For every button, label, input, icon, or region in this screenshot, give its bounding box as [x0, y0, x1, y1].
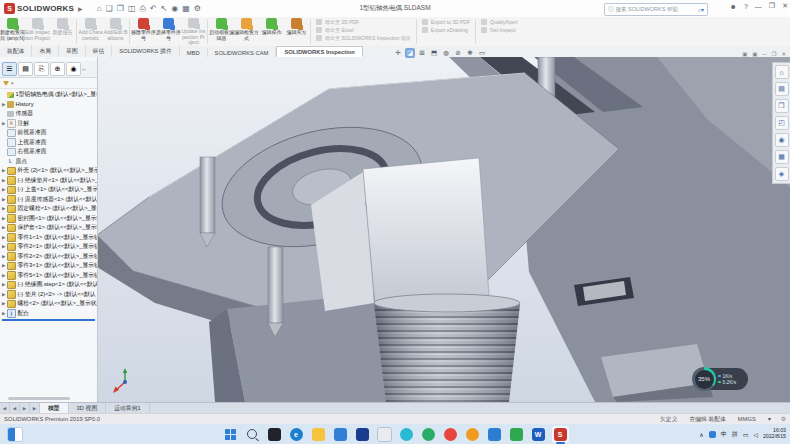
ribbon-button-select-balloons[interactable]: 选择零件序号: [156, 17, 181, 46]
user-icon[interactable]: ☻: [730, 3, 737, 10]
home-icon[interactable]: ⌂: [97, 4, 102, 14]
app-monitor[interactable]: [486, 426, 503, 443]
tree-item[interactable]: ▶History: [0, 100, 97, 110]
search-icon[interactable]: ⌕▾: [698, 6, 704, 14]
model-3d[interactable]: [97, 57, 790, 402]
new-document-icon[interactable]: ❏: [106, 4, 113, 14]
tree-item[interactable]: ▶螺栓<2> (默认<<默认>_显示状态: [0, 299, 97, 309]
apply-scene-icon[interactable]: ▭: [477, 48, 487, 58]
ribbon-button-edit-vendor[interactable]: 编辑实方: [284, 17, 309, 46]
word-app[interactable]: W: [530, 426, 547, 443]
viewport-3d[interactable]: [97, 57, 790, 402]
minimize-button[interactable]: —: [755, 3, 762, 10]
options-gear-icon[interactable]: ⚙: [194, 4, 201, 14]
tree-item[interactable]: ▶零件2<2> (默认<<默认>_显示状: [0, 252, 97, 262]
tree-item[interactable]: 1型铝轴热电偶 (默认<默认>_显示状态-1: [0, 90, 97, 100]
restore-button[interactable]: ❐: [769, 2, 775, 10]
solidworks-logo[interactable]: S SOLIDWORKS ▶: [0, 0, 87, 17]
open-icon[interactable]: ❐: [117, 4, 124, 14]
tab-MBD[interactable]: MBD: [180, 48, 208, 57]
rebuild-icon[interactable]: ◉: [171, 4, 178, 14]
hide-show-items-icon[interactable]: ⊘: [453, 48, 463, 58]
file-explorer-icon[interactable]: ❐: [775, 99, 789, 113]
ribbon-button-new-inspection-project[interactable]: 新建检查项目 (amp;N): [0, 17, 25, 46]
tab-SOLIDWORKS CAM[interactable]: SOLIDWORKS CAM: [208, 48, 277, 57]
browser-2[interactable]: [464, 426, 481, 443]
tree-item[interactable]: ▶密封圈<1> (默认<<默认>_显示状: [0, 214, 97, 224]
tree-item[interactable]: ▶(-) 绝缘垫片<1> (默认<<默认>_显: [0, 176, 97, 186]
logo-flyout-arrow-icon[interactable]: ▶: [78, 5, 83, 12]
view-orientation-icon[interactable]: ⬒: [429, 48, 439, 58]
tray-chevron-icon[interactable]: ∧: [699, 431, 703, 438]
help-search-input[interactable]: ⓘ 搜索 SOLIDWORKS 帮助 ⌕▾: [604, 3, 708, 16]
appearances-scenes-icon[interactable]: ◉: [775, 133, 789, 147]
widgets-button[interactable]: [7, 427, 23, 442]
tree-item[interactable]: ▶(-) 绝缘圈.step<1> (默认<<默认>: [0, 280, 97, 290]
tree-end-splitter[interactable]: [2, 319, 95, 321]
ribbon-button-edit-operation[interactable]: 编辑操作: [259, 17, 284, 46]
ribbon-button-remove-balloons[interactable]: 移除零件序号: [131, 17, 156, 46]
zoom-to-fit-icon[interactable]: ✛: [393, 48, 403, 58]
tree-item[interactable]: 前视基准面: [0, 128, 97, 138]
start-button[interactable]: [222, 426, 239, 443]
tree-item[interactable]: ▶(-) 上盖<1> (默认<<默认>_显示状: [0, 185, 97, 195]
app-teal[interactable]: [398, 426, 415, 443]
tree-item[interactable]: ▶∥配合: [0, 309, 97, 319]
app-navy[interactable]: [354, 426, 371, 443]
tree-item[interactable]: ▶(-) 温度传感器<1> (默认<<默认>_: [0, 195, 97, 205]
ime-mode[interactable]: 拼: [732, 430, 738, 439]
tree-filter[interactable]: ▾: [0, 78, 97, 89]
edge-browser[interactable]: e: [288, 426, 305, 443]
tab-SOLIDWORKS Inspection[interactable]: SOLIDWORKS Inspection: [276, 46, 363, 57]
tab-草图[interactable]: 草图: [59, 45, 86, 57]
zoom-area-icon[interactable]: ⊞: [417, 48, 427, 58]
ribbon-button-edit-inspection-method[interactable]: 编辑检查方式: [234, 17, 259, 46]
tab-评估[interactable]: 评估: [86, 45, 113, 57]
tree-item[interactable]: ▶A注解: [0, 119, 97, 129]
tab-configurations[interactable]: ⎘: [34, 62, 49, 76]
app-light[interactable]: [376, 426, 393, 443]
view-palette-icon[interactable]: ◰: [775, 116, 789, 130]
tray-onedrive-icon[interactable]: [709, 431, 716, 438]
volume-icon[interactable]: ◁: [753, 431, 758, 438]
tree-item[interactable]: L原点: [0, 157, 97, 167]
file-explorer[interactable]: [310, 426, 327, 443]
help-icon[interactable]: ?: [744, 3, 748, 10]
custom-properties-icon[interactable]: ▦: [775, 150, 789, 164]
tab-displaymanager[interactable]: ◉: [66, 62, 81, 76]
solidworks-app[interactable]: S: [552, 426, 569, 443]
tree-item[interactable]: ▶(-) 垫片 (2)<2> -> (默认<<默认: [0, 290, 97, 300]
panel-tabs-overflow-icon[interactable]: ‹›: [82, 66, 85, 72]
status-options-icon[interactable]: ⚙: [781, 416, 786, 422]
close-button[interactable]: ✕: [782, 2, 788, 10]
tree-item[interactable]: 传感器: [0, 109, 97, 119]
tab-dimxpert[interactable]: ⊕: [50, 62, 65, 76]
tab-featuremanager[interactable]: ☰: [2, 62, 17, 76]
tray-clock[interactable]: 16:032022/8/15: [763, 428, 786, 440]
undo-icon[interactable]: ↶: [150, 4, 157, 14]
chrome-browser[interactable]: [442, 426, 459, 443]
solidworks-resources-icon[interactable]: ⌂: [775, 65, 789, 79]
tree-item[interactable]: ▶零件1<1> (默认<<默认>_显示状态: [0, 233, 97, 243]
ribbon-button-launch-template-editor[interactable]: 启动模板编辑器: [209, 17, 234, 46]
tree-item[interactable]: ▶零件2<1> (默认<<默认>_显示状: [0, 242, 97, 252]
search-button[interactable]: [244, 426, 261, 443]
forum-icon[interactable]: ◈: [775, 167, 789, 181]
tree-item[interactable]: ▶零件5<1> (默认<<默认>_显示状: [0, 271, 97, 281]
wps-app[interactable]: [508, 426, 525, 443]
print-icon[interactable]: ⎙: [139, 4, 145, 14]
tree-item[interactable]: ▶零件3<1> (默认<<默认>_显示状: [0, 261, 97, 271]
wechat[interactable]: [420, 426, 437, 443]
tree-hscrollbar[interactable]: [8, 397, 70, 400]
app-dark[interactable]: [266, 426, 283, 443]
tab-SOLIDWORKS 插件[interactable]: SOLIDWORKS 插件: [112, 45, 180, 57]
tree-item[interactable]: ▶保护套<1> (默认<<默认>_显示状: [0, 223, 97, 233]
display-style-icon[interactable]: ◍: [441, 48, 451, 58]
section-view-icon[interactable]: ◪: [405, 48, 415, 58]
design-library-icon[interactable]: ▤: [775, 82, 789, 96]
net-speed-badge[interactable]: 35% 1K/s 0.2K/s: [694, 368, 748, 390]
touch-keyboard-icon[interactable]: ▭: [743, 431, 749, 438]
tab-装配体[interactable]: 装配体: [0, 45, 32, 57]
tab-propertymanager[interactable]: ▤: [18, 62, 33, 76]
ime-lang[interactable]: 中: [721, 430, 727, 439]
